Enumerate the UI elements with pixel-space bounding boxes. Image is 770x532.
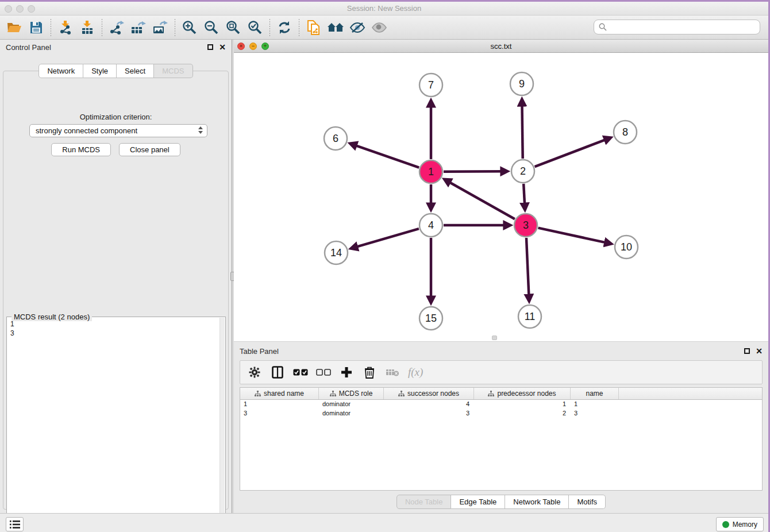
tab-select[interactable]: Select	[117, 64, 154, 78]
import-network-icon	[59, 21, 72, 34]
toolbar-separator	[299, 19, 299, 36]
refresh-button[interactable]	[274, 18, 295, 37]
show-all-button[interactable]	[368, 18, 390, 37]
column-header-predecessor-nodes[interactable]: predecessor nodes	[474, 388, 571, 399]
table-cell[interactable]: 1	[474, 400, 571, 409]
import-network-button[interactable]	[55, 18, 76, 37]
table-row[interactable]: 3dominator323	[240, 409, 762, 418]
delete-table-button[interactable]	[385, 365, 400, 380]
edge-2-3[interactable]	[523, 184, 525, 205]
task-history-button[interactable]	[6, 517, 24, 531]
toolbar-separator	[51, 19, 51, 36]
close-panel-icon[interactable]: ✕	[219, 43, 226, 51]
table-cell[interactable]: 3	[240, 409, 319, 418]
node-label-10: 10	[621, 241, 632, 253]
table-cell[interactable]: 3	[571, 409, 619, 418]
columns-icon	[272, 366, 283, 379]
node-label-2: 2	[520, 165, 526, 177]
node-label-1: 1	[428, 166, 434, 178]
mcds-result-lines: 13	[10, 319, 217, 532]
network-window-title: scc.txt	[234, 42, 768, 51]
deselect-all-button[interactable]	[316, 365, 331, 380]
eye-icon	[371, 21, 387, 34]
edge-4-14[interactable]	[356, 229, 419, 247]
table-settings-button[interactable]	[247, 365, 262, 380]
node-label-14: 14	[330, 247, 342, 259]
edge-1-6[interactable]	[355, 145, 419, 168]
search-box[interactable]	[594, 20, 760, 34]
table-cell[interactable]: 4	[384, 400, 474, 409]
tab-network[interactable]: Network	[38, 64, 83, 78]
table-cell[interactable]: 2	[474, 409, 571, 418]
memory-status-icon	[722, 521, 729, 528]
close-panel-button[interactable]: Close panel	[119, 143, 180, 156]
import-table-button[interactable]	[76, 18, 98, 37]
app-title: Session: New Session	[0, 4, 768, 13]
table-cell[interactable]: dominator	[319, 400, 384, 409]
hide-selected-button[interactable]	[346, 18, 368, 37]
float-panel-icon[interactable]	[207, 44, 213, 50]
float-table-panel-icon[interactable]	[744, 348, 750, 354]
table-header-row: shared nameMCDS rolesuccessor nodesprede…	[240, 388, 762, 400]
attribute-tree-icon	[255, 391, 261, 397]
control-panel-title: Control Panel	[6, 43, 51, 52]
function-builder-button[interactable]: f(x)	[408, 366, 423, 379]
edge-1-2[interactable]	[444, 171, 502, 172]
tab-edge-table[interactable]: Edge Table	[451, 495, 505, 509]
select-all-button[interactable]	[293, 365, 308, 380]
add-column-button[interactable]	[339, 365, 354, 380]
copy-network-button[interactable]	[303, 18, 325, 37]
edge-3-1[interactable]	[449, 182, 514, 219]
zoom-selected-icon	[248, 20, 263, 35]
table-cell[interactable]: dominator	[319, 409, 384, 418]
table-tabstrip: Node TableEdge TableNetwork TableMotifs	[234, 495, 768, 509]
table-row[interactable]: 1dominator411	[240, 400, 762, 409]
export-table-button[interactable]	[128, 18, 149, 37]
node-table[interactable]: shared nameMCDS rolesuccessor nodesprede…	[240, 387, 763, 491]
zoom-in-button[interactable]	[179, 18, 201, 37]
result-scrollbar[interactable]	[220, 318, 225, 532]
network-window-titlebar[interactable]: × − + scc.txt	[234, 40, 768, 53]
table-cell[interactable]: 1	[571, 400, 619, 409]
node-label-4: 4	[428, 219, 434, 231]
zoom-fit-button[interactable]	[222, 18, 244, 37]
column-header-successor-nodes[interactable]: successor nodes	[384, 388, 474, 399]
table-cell[interactable]: 3	[384, 409, 474, 418]
canvas-hscroll-thumb[interactable]	[492, 336, 497, 340]
save-session-button[interactable]	[25, 18, 47, 37]
open-file-button[interactable]	[3, 18, 25, 37]
close-table-panel-icon[interactable]: ✕	[756, 347, 763, 355]
delete-column-button[interactable]	[362, 365, 377, 380]
zoom-selected-button[interactable]	[244, 18, 266, 37]
run-mcds-button[interactable]: Run MCDS	[51, 143, 111, 156]
criterion-dropdown[interactable]: strongly connected component	[29, 124, 207, 137]
search-icon	[599, 23, 607, 31]
edge-3-10[interactable]	[538, 228, 606, 243]
tab-network-table[interactable]: Network Table	[505, 495, 569, 509]
column-header-name[interactable]: name	[571, 388, 619, 399]
toolbar-separator	[102, 19, 102, 36]
toolbar-separator	[175, 19, 175, 36]
column-header-shared-name[interactable]: shared name	[240, 388, 319, 399]
home-button[interactable]	[325, 18, 346, 37]
network-canvas[interactable]: 7968124314101511	[234, 53, 768, 341]
table-cell[interactable]: 1	[240, 400, 319, 409]
search-input[interactable]	[610, 23, 755, 32]
edge-2-9[interactable]	[522, 105, 522, 159]
checked-boxes-icon	[293, 369, 308, 376]
column-chooser-button[interactable]	[270, 365, 285, 380]
export-network-button[interactable]	[106, 18, 128, 37]
export-image-button[interactable]	[149, 18, 171, 37]
edge-2-8[interactable]	[535, 140, 606, 167]
save-floppy-icon	[30, 21, 43, 34]
network-graph[interactable]: 7968124314101511	[234, 53, 768, 341]
zoom-out-button[interactable]	[201, 18, 222, 37]
tab-mcds[interactable]: MCDS	[154, 64, 192, 78]
tab-node-table[interactable]: Node Table	[396, 495, 452, 509]
tab-style[interactable]: Style	[83, 64, 117, 78]
edge-3-11[interactable]	[526, 238, 529, 296]
mcds-tab-content: NetworkStyleSelectMCDS Optimization crit…	[3, 71, 229, 510]
tab-motifs[interactable]: Motifs	[569, 495, 606, 509]
memory-button[interactable]: Memory	[716, 517, 764, 531]
column-header-MCDS-role[interactable]: MCDS role	[319, 388, 384, 399]
